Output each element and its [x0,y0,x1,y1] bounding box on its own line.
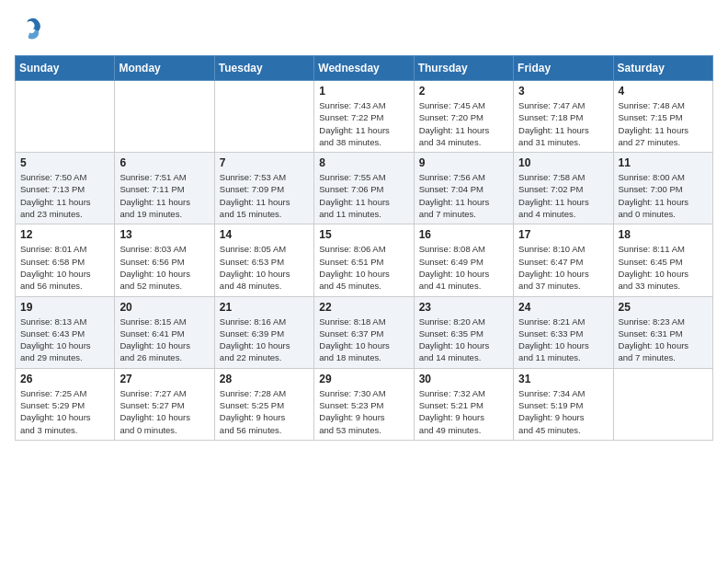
calendar-cell: 3Sunrise: 7:47 AM Sunset: 7:18 PM Daylig… [514,81,613,153]
calendar-cell: 18Sunrise: 8:11 AM Sunset: 6:45 PM Dayli… [613,224,712,296]
day-number: 20 [119,301,209,314]
calendar-week-row: 26Sunrise: 7:25 AM Sunset: 5:29 PM Dayli… [16,368,713,440]
day-info: Sunrise: 7:53 AM Sunset: 7:09 PM Dayligh… [220,171,309,220]
calendar-cell: 10Sunrise: 7:58 AM Sunset: 7:02 PM Dayli… [514,153,613,224]
day-info: Sunrise: 8:18 AM Sunset: 6:37 PM Dayligh… [319,316,408,364]
weekday-header-friday: Friday [514,56,613,81]
day-info: Sunrise: 8:03 AM Sunset: 6:56 PM Dayligh… [119,243,209,292]
calendar-table: SundayMondayTuesdayWednesdayThursdayFrid… [15,55,713,441]
calendar-cell: 14Sunrise: 8:05 AM Sunset: 6:53 PM Dayli… [214,224,313,296]
calendar-cell: 24Sunrise: 8:21 AM Sunset: 6:33 PM Dayli… [514,296,613,368]
calendar-cell [16,81,115,153]
day-number: 5 [20,156,109,169]
day-number: 13 [119,228,209,241]
calendar-cell: 21Sunrise: 8:16 AM Sunset: 6:39 PM Dayli… [214,296,313,368]
day-number: 21 [220,301,309,314]
day-number: 1 [319,85,408,98]
weekday-header-row: SundayMondayTuesdayWednesdayThursdayFrid… [16,56,713,81]
day-info: Sunrise: 7:34 AM Sunset: 5:19 PM Dayligh… [518,387,608,436]
day-number: 15 [319,228,408,241]
day-number: 17 [518,228,608,241]
calendar-cell: 2Sunrise: 7:45 AM Sunset: 7:20 PM Daylig… [414,81,513,153]
calendar-cell: 7Sunrise: 7:53 AM Sunset: 7:09 PM Daylig… [214,153,313,224]
weekday-header-saturday: Saturday [613,56,712,81]
day-info: Sunrise: 8:15 AM Sunset: 6:41 PM Dayligh… [119,316,209,364]
day-info: Sunrise: 8:21 AM Sunset: 6:33 PM Dayligh… [518,316,608,364]
day-number: 29 [319,373,408,385]
day-number: 11 [619,156,708,169]
day-info: Sunrise: 8:23 AM Sunset: 6:31 PM Dayligh… [619,316,708,364]
day-number: 23 [419,301,508,314]
day-number: 31 [518,373,608,385]
day-info: Sunrise: 8:06 AM Sunset: 6:51 PM Dayligh… [319,243,408,292]
day-info: Sunrise: 7:56 AM Sunset: 7:04 PM Dayligh… [419,171,508,220]
calendar-cell: 13Sunrise: 8:03 AM Sunset: 6:56 PM Dayli… [115,224,214,296]
calendar-cell [115,81,214,153]
day-info: Sunrise: 7:51 AM Sunset: 7:11 PM Dayligh… [119,171,209,220]
day-info: Sunrise: 7:28 AM Sunset: 5:25 PM Dayligh… [220,387,309,436]
calendar-cell: 5Sunrise: 7:50 AM Sunset: 7:13 PM Daylig… [16,153,115,224]
day-info: Sunrise: 7:25 AM Sunset: 5:29 PM Dayligh… [20,387,109,436]
day-info: Sunrise: 7:30 AM Sunset: 5:23 PM Dayligh… [319,387,408,436]
day-info: Sunrise: 8:05 AM Sunset: 6:53 PM Dayligh… [220,243,309,292]
day-number: 12 [20,228,109,241]
calendar-cell: 25Sunrise: 8:23 AM Sunset: 6:31 PM Dayli… [613,296,712,368]
page-header [15,15,713,44]
day-info: Sunrise: 7:50 AM Sunset: 7:13 PM Dayligh… [20,171,109,220]
page-container: SundayMondayTuesdayWednesdayThursdayFrid… [0,0,728,448]
day-info: Sunrise: 8:11 AM Sunset: 6:45 PM Dayligh… [619,243,708,292]
day-number: 19 [20,301,109,314]
calendar-cell: 28Sunrise: 7:28 AM Sunset: 5:25 PM Dayli… [214,368,313,440]
day-info: Sunrise: 7:48 AM Sunset: 7:15 PM Dayligh… [619,99,708,148]
calendar-week-row: 19Sunrise: 8:13 AM Sunset: 6:43 PM Dayli… [16,296,713,368]
day-number: 7 [220,156,309,169]
day-info: Sunrise: 8:00 AM Sunset: 7:00 PM Dayligh… [619,171,708,220]
day-number: 24 [518,301,608,314]
day-info: Sunrise: 7:58 AM Sunset: 7:02 PM Dayligh… [518,171,608,220]
day-info: Sunrise: 7:43 AM Sunset: 7:22 PM Dayligh… [319,99,408,148]
calendar-cell: 16Sunrise: 8:08 AM Sunset: 6:49 PM Dayli… [414,224,513,296]
day-number: 8 [319,156,408,169]
calendar-cell: 8Sunrise: 7:55 AM Sunset: 7:06 PM Daylig… [314,153,414,224]
day-number: 2 [419,85,508,98]
calendar-cell [613,368,712,440]
day-number: 3 [518,85,608,98]
calendar-cell: 20Sunrise: 8:15 AM Sunset: 6:41 PM Dayli… [115,296,214,368]
day-number: 25 [619,301,708,314]
day-info: Sunrise: 8:20 AM Sunset: 6:35 PM Dayligh… [419,316,508,364]
day-number: 18 [619,228,708,241]
calendar-cell [214,81,313,153]
calendar-cell: 26Sunrise: 7:25 AM Sunset: 5:29 PM Dayli… [16,368,115,440]
day-info: Sunrise: 8:08 AM Sunset: 6:49 PM Dayligh… [419,243,508,292]
day-number: 27 [119,373,209,385]
weekday-header-wednesday: Wednesday [314,56,414,81]
day-info: Sunrise: 7:32 AM Sunset: 5:21 PM Dayligh… [419,387,508,436]
day-info: Sunrise: 7:47 AM Sunset: 7:18 PM Dayligh… [518,99,608,148]
day-number: 4 [619,85,708,98]
calendar-cell: 22Sunrise: 8:18 AM Sunset: 6:37 PM Dayli… [314,296,414,368]
calendar-week-row: 12Sunrise: 8:01 AM Sunset: 6:58 PM Dayli… [16,224,713,296]
calendar-week-row: 5Sunrise: 7:50 AM Sunset: 7:13 PM Daylig… [16,153,713,224]
calendar-cell: 19Sunrise: 8:13 AM Sunset: 6:43 PM Dayli… [16,296,115,368]
calendar-cell: 1Sunrise: 7:43 AM Sunset: 7:22 PM Daylig… [314,81,414,153]
day-number: 26 [20,373,109,385]
logo [15,15,44,44]
calendar-cell: 4Sunrise: 7:48 AM Sunset: 7:15 PM Daylig… [613,81,712,153]
calendar-cell: 9Sunrise: 7:56 AM Sunset: 7:04 PM Daylig… [414,153,513,224]
day-number: 22 [319,301,408,314]
day-info: Sunrise: 8:10 AM Sunset: 6:47 PM Dayligh… [518,243,608,292]
day-number: 30 [419,373,508,385]
day-info: Sunrise: 7:45 AM Sunset: 7:20 PM Dayligh… [419,99,508,148]
calendar-cell: 29Sunrise: 7:30 AM Sunset: 5:23 PM Dayli… [314,368,414,440]
day-info: Sunrise: 8:16 AM Sunset: 6:39 PM Dayligh… [220,316,309,364]
calendar-cell: 6Sunrise: 7:51 AM Sunset: 7:11 PM Daylig… [115,153,214,224]
weekday-header-sunday: Sunday [16,56,115,81]
day-number: 28 [220,373,309,385]
day-number: 10 [518,156,608,169]
calendar-cell: 30Sunrise: 7:32 AM Sunset: 5:21 PM Dayli… [414,368,513,440]
day-number: 6 [119,156,209,169]
calendar-week-row: 1Sunrise: 7:43 AM Sunset: 7:22 PM Daylig… [16,81,713,153]
day-info: Sunrise: 8:13 AM Sunset: 6:43 PM Dayligh… [20,316,109,364]
calendar-cell: 23Sunrise: 8:20 AM Sunset: 6:35 PM Dayli… [414,296,513,368]
weekday-header-monday: Monday [115,56,214,81]
